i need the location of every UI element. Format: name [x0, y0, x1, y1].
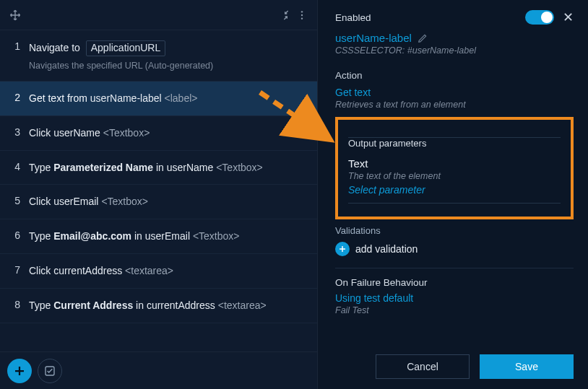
step-number: 2 — [10, 92, 20, 103]
kebab-menu-icon[interactable] — [294, 7, 310, 23]
svg-point-1 — [301, 14, 303, 15]
step-number: 7 — [10, 264, 20, 276]
failure-behaviour-value[interactable]: Using test default — [335, 292, 574, 304]
cancel-button[interactable]: Cancel — [376, 354, 470, 379]
step-row[interactable]: 6 Type Email@abc.com in userEmail <Textb… — [0, 219, 317, 254]
step-row[interactable]: 2 Get text from userName-label <label> — [0, 82, 317, 116]
step-subtitle: Navigates the specified URL (Auto-genera… — [29, 61, 306, 71]
collapse-icon[interactable] — [278, 7, 294, 23]
step-row[interactable]: 3 Click userName <Textbox> — [0, 116, 317, 151]
step-title: Type Email@abc.com in userEmail <Textbox… — [29, 230, 306, 243]
save-button[interactable]: Save — [480, 354, 574, 379]
step-number: 1 — [10, 40, 20, 52]
plus-icon — [335, 242, 350, 256]
move-icon[interactable] — [7, 7, 23, 23]
properties-panel: Enabled ✕ userName-label CSSSELECTOR: #u… — [318, 0, 588, 389]
step-number: 8 — [10, 299, 20, 310]
element-name[interactable]: userName-label — [335, 32, 412, 44]
step-number: 3 — [10, 126, 20, 138]
action-section-label: Action — [335, 70, 574, 81]
step-number: 5 — [10, 195, 20, 206]
step-row[interactable]: 8 Type Current Address in currentAddress… — [0, 289, 317, 323]
steps-footer — [0, 351, 317, 389]
step-title: Click userName <Textbox> — [29, 126, 306, 140]
enabled-toggle[interactable] — [525, 10, 554, 25]
validations-label: Validations — [335, 225, 574, 236]
add-step-button[interactable] — [7, 359, 32, 383]
checklist-button[interactable] — [38, 359, 62, 383]
failure-section-label: On Failure Behaviour — [335, 277, 574, 288]
step-row[interactable]: 7 Click currentAddress <textarea> — [0, 254, 317, 289]
add-validation-button[interactable]: add validation — [335, 242, 574, 256]
output-param-description: The text of the element — [348, 171, 561, 181]
output-parameters-highlight: Output parameters Text The text of the e… — [335, 117, 574, 219]
variable-chip[interactable]: ApplicationURL — [86, 40, 166, 56]
svg-point-0 — [301, 11, 303, 12]
close-icon[interactable]: ✕ — [563, 11, 574, 24]
step-row[interactable]: 4 Type Parameterized Name in userName <T… — [0, 151, 317, 185]
steps-panel: 1 Navigate to ApplicationURL Navigates t… — [0, 0, 318, 389]
failure-behaviour-sub: Fail Test — [335, 305, 574, 315]
step-title: Get text from userName-label <label> — [29, 92, 306, 105]
step-title: Click currentAddress <textarea> — [29, 264, 306, 278]
steps-toolbar — [0, 0, 317, 30]
action-description: Retrieves a text from an element — [335, 100, 574, 110]
action-name[interactable]: Get text — [335, 87, 574, 98]
select-parameter-link[interactable]: Select parameter — [348, 184, 561, 196]
step-row[interactable]: 1 Navigate to ApplicationURL Navigates t… — [0, 30, 317, 82]
step-title: Navigate to ApplicationURL — [29, 40, 306, 56]
output-parameters-label: Output parameters — [348, 138, 561, 149]
step-number: 6 — [10, 230, 20, 241]
steps-list: 1 Navigate to ApplicationURL Navigates t… — [0, 30, 317, 351]
svg-point-2 — [301, 17, 303, 19]
element-selector: CSSSELECTOR: #userName-label — [335, 45, 574, 56]
step-row[interactable]: 5 Click userEmail <Textbox> — [0, 185, 317, 219]
step-title: Type Parameterized Name in userName <Tex… — [29, 161, 306, 175]
step-number: 4 — [10, 161, 20, 172]
enabled-label: Enabled — [335, 12, 371, 23]
output-param-name: Text — [348, 157, 561, 170]
step-title: Type Current Address in currentAddress <… — [29, 299, 306, 312]
edit-icon[interactable] — [418, 33, 428, 43]
step-title: Click userEmail <Textbox> — [29, 195, 306, 209]
